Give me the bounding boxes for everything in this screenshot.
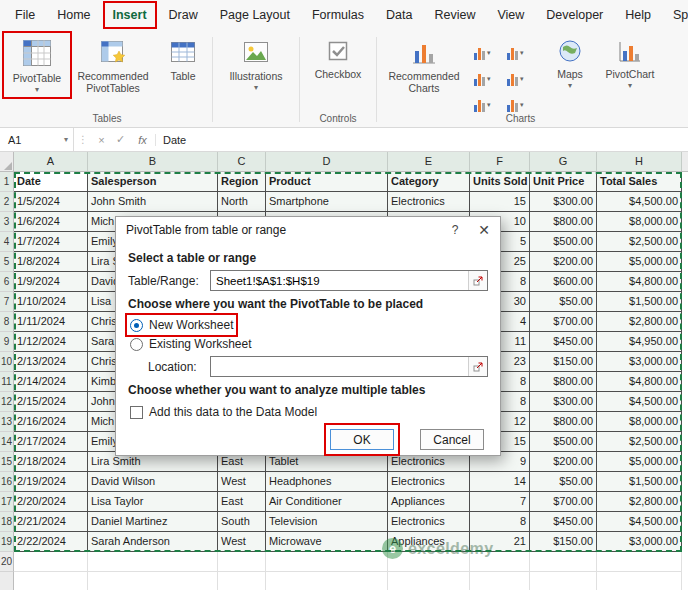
row-header[interactable]: 12	[0, 392, 14, 412]
cell[interactable]: $50.00	[530, 292, 597, 312]
cell[interactable]: 2/13/2024	[14, 352, 88, 372]
pivotchart-button[interactable]: PivotChart ▾	[599, 34, 661, 92]
row-header[interactable]: 2	[0, 192, 14, 212]
cell[interactable]: $200.00	[530, 452, 597, 472]
row-header[interactable]: 9	[0, 332, 14, 352]
cell[interactable]: 2/20/2024	[14, 492, 88, 512]
cell[interactable]: Smartphone	[266, 192, 388, 212]
cell[interactable]: $500.00	[530, 432, 597, 452]
location-input[interactable]	[211, 357, 487, 376]
row-header[interactable]: 11	[0, 372, 14, 392]
row-header[interactable]: 10	[0, 352, 14, 372]
cell[interactable]: John Smith	[88, 192, 218, 212]
cell[interactable]: $2,800.00	[597, 312, 682, 332]
tab-data[interactable]: Data	[375, 0, 423, 30]
column-header[interactable]: F	[470, 152, 530, 171]
checkbox-control-button[interactable]: Checkbox	[303, 34, 373, 82]
cell[interactable]: Television	[266, 512, 388, 532]
tab-help[interactable]: Help	[614, 0, 662, 30]
tab-formulas[interactable]: Formulas	[301, 0, 375, 30]
row-header[interactable]: 8	[0, 312, 14, 332]
tab-view[interactable]: View	[486, 0, 535, 30]
ok-button[interactable]: OK	[330, 429, 394, 450]
row-header[interactable]: 15	[0, 452, 14, 472]
cell[interactable]: 1/11/2024	[14, 312, 88, 332]
cell[interactable]: $800.00	[530, 372, 597, 392]
cell[interactable]: 1/6/2024	[14, 212, 88, 232]
table-button[interactable]: Table	[157, 34, 209, 84]
column-header[interactable]: D	[266, 152, 388, 171]
cell[interactable]: 14	[470, 472, 530, 492]
cell[interactable]: $500.00	[530, 232, 597, 252]
cell[interactable]: 2/16/2024	[14, 412, 88, 432]
cell[interactable]: 8	[470, 512, 530, 532]
cell[interactable]: $300.00	[530, 192, 597, 212]
cell[interactable]: 2/14/2024	[14, 372, 88, 392]
dialog-help-button[interactable]: ?	[442, 223, 468, 237]
cell[interactable]: $150.00	[530, 352, 597, 372]
cell[interactable]	[266, 552, 388, 572]
cell[interactable]: $2,800.00	[597, 492, 682, 512]
cell[interactable]	[530, 572, 597, 590]
column-header[interactable]: A	[14, 152, 88, 171]
cell[interactable]	[218, 552, 266, 572]
cell[interactable]: Total Sales	[597, 172, 682, 192]
dialog-close-button[interactable]: ✕	[468, 217, 500, 243]
recommended-charts-button[interactable]: Recommended Charts	[380, 34, 468, 96]
tab-clipped[interactable]: Sp	[662, 0, 688, 30]
row-header[interactable]: 5	[0, 252, 14, 272]
line-chart-button[interactable]: ▾	[473, 66, 505, 91]
existing-worksheet-radio[interactable]	[130, 338, 143, 351]
cell[interactable]: 2/19/2024	[14, 472, 88, 492]
recommended-pivottables-button[interactable]: Recommended PivotTables	[71, 34, 155, 96]
cell[interactable]: $4,800.00	[597, 372, 682, 392]
cell[interactable]: $800.00	[530, 212, 597, 232]
formula-bar-resize-handle[interactable]: ⋮	[74, 134, 92, 145]
tab-insert[interactable]: Insert	[102, 0, 158, 30]
column-header[interactable]: E	[388, 152, 470, 171]
cell[interactable]: 1/5/2024	[14, 192, 88, 212]
cell[interactable]: Appliances	[388, 532, 470, 552]
cell[interactable]: $700.00	[530, 492, 597, 512]
cell[interactable]: West	[218, 532, 266, 552]
column-chart-button[interactable]: ▾	[473, 40, 505, 65]
cell[interactable]: $5,000.00	[597, 452, 682, 472]
cell[interactable]: Electronics	[388, 472, 470, 492]
tab-page-layout[interactable]: Page Layout	[209, 0, 301, 30]
enter-entry-icon[interactable]: ✓	[111, 133, 130, 146]
row-header[interactable]: 20	[0, 552, 14, 572]
cell[interactable]: Product	[266, 172, 388, 192]
tab-developer[interactable]: Developer	[535, 0, 614, 30]
row-header[interactable]: 19	[0, 532, 14, 552]
dialog-title-bar[interactable]: PivotTable from table or range ? ✕	[116, 217, 500, 243]
name-box[interactable]: A1 ▾	[0, 128, 74, 151]
cell[interactable]: Electronics	[388, 192, 470, 212]
cell[interactable]: $1,500.00	[597, 472, 682, 492]
cancel-button[interactable]: Cancel	[420, 429, 484, 450]
cell[interactable]: 15	[470, 192, 530, 212]
tab-review[interactable]: Review	[423, 0, 486, 30]
cell[interactable]	[530, 552, 597, 572]
cell[interactable]	[597, 572, 682, 590]
row-header[interactable]: 4	[0, 232, 14, 252]
column-header[interactable]: G	[530, 152, 597, 171]
cell[interactable]: $600.00	[530, 272, 597, 292]
cell[interactable]: $5,000.00	[597, 252, 682, 272]
cell[interactable]: Air Conditioner	[266, 492, 388, 512]
cell[interactable]: $4,500.00	[597, 512, 682, 532]
cell[interactable]: Appliances	[388, 492, 470, 512]
cell[interactable]: Electronics	[388, 512, 470, 532]
table-range-input[interactable]	[211, 271, 487, 290]
cell[interactable]: 2/15/2024	[14, 392, 88, 412]
cell[interactable]: $700.00	[530, 312, 597, 332]
pivottable-button[interactable]: PivotTable ▾	[5, 34, 69, 96]
cell[interactable]: East	[218, 492, 266, 512]
cell[interactable]: $2,500.00	[597, 232, 682, 252]
cell[interactable]: Category	[388, 172, 470, 192]
cell[interactable]: David Wilson	[88, 472, 218, 492]
cell[interactable]: 7	[470, 492, 530, 512]
column-header[interactable]: B	[88, 152, 218, 171]
cell[interactable]: $3,000.00	[597, 532, 682, 552]
cell[interactable]	[388, 572, 470, 590]
row-header[interactable]	[0, 572, 14, 590]
